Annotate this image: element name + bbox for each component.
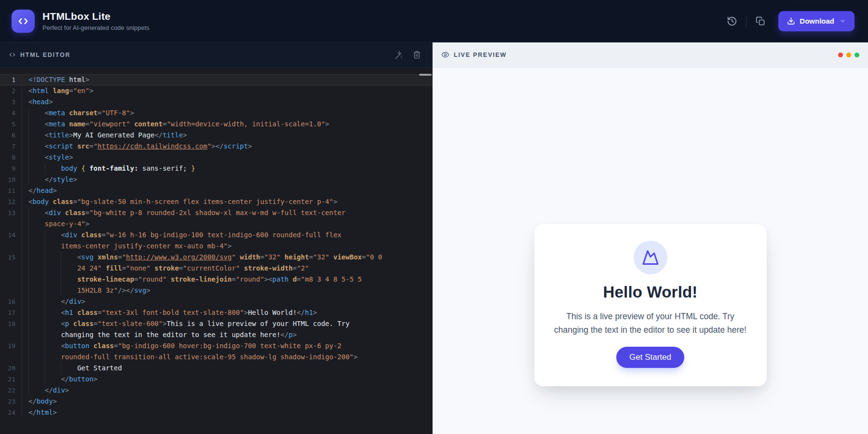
code-text: <svg xmlns="http://www.w3.org/2000/svg" … (22, 252, 382, 263)
code-text: Get Started (22, 363, 122, 374)
code-line: 8<style> (0, 152, 433, 163)
code-line: 7<script src="https://cdn.tailwindcss.co… (0, 141, 433, 152)
line-number: 7 (0, 141, 22, 152)
indent-guides (28, 108, 45, 119)
code-line: space-y-4"> (0, 218, 433, 230)
code-text: <p class="text-slate-600">This is a live… (22, 318, 350, 329)
code-text: </head> (22, 185, 57, 196)
line-number: 24 (0, 407, 22, 418)
trash-icon (413, 51, 421, 59)
code-line: 15<svg xmlns="http://www.w3.org/2000/svg… (0, 252, 433, 263)
indent-guides (28, 307, 61, 318)
get-started-button[interactable]: Get Started (616, 347, 684, 368)
line-number: 13 (0, 207, 22, 218)
code-text: </button> (22, 374, 97, 385)
download-icon (787, 17, 795, 25)
copy-button[interactable] (751, 12, 770, 30)
line-number (0, 285, 22, 296)
line-number: 19 (0, 340, 22, 352)
code-line: 24 24" fill="none" stroke="currentColor"… (0, 263, 433, 274)
preview-paragraph: This is a live preview of your HTML code… (550, 310, 751, 337)
line-number (0, 329, 22, 340)
line-number (0, 241, 22, 252)
preview-panel: LIVE PREVIEW (433, 42, 868, 434)
preview-panel-title: LIVE PREVIEW (454, 52, 507, 58)
indent-guides (28, 363, 77, 374)
app-logo (12, 10, 35, 33)
clear-code-button[interactable] (409, 48, 424, 62)
code-text: <title>My AI Generated Page</title> (22, 130, 187, 141)
code-line: changing the text in the editor to see i… (0, 329, 433, 340)
indent-guides (28, 163, 61, 174)
magic-wand-icon (394, 51, 403, 59)
indent-guides (28, 374, 61, 385)
code-line: 3<head> (0, 96, 433, 108)
code-text: </html> (22, 407, 57, 418)
preview-viewport: Hello World! This is a live preview of y… (433, 68, 868, 434)
copy-icon (756, 16, 765, 26)
history-button[interactable] (723, 12, 741, 30)
code-line: 11</head> (0, 185, 433, 196)
line-number: 4 (0, 108, 22, 119)
code-text: </div> (22, 385, 69, 396)
line-number: 22 (0, 385, 22, 396)
header-divider (746, 15, 746, 27)
code-text: 24 24" fill="none" stroke="currentColor"… (22, 263, 309, 274)
code-line: 15H2L8 3z"/></svg> (0, 285, 433, 296)
code-text: <script src="https://cdn.tailwindcss.com… (22, 141, 252, 152)
line-number: 15 (0, 252, 22, 263)
code-line: 22</div> (0, 385, 433, 396)
code-text: rounded-full transition-all active:scale… (22, 352, 358, 363)
code-text: changing the text in the editor to see i… (22, 329, 297, 340)
code-text: <meta name="viewport" content="width=dev… (22, 119, 329, 130)
code-editor[interactable]: 1<!DOCTYPE html>2<html lang="en">3<head>… (0, 68, 433, 434)
code-line: 12<body class="bg-slate-50 min-h-screen … (0, 196, 433, 207)
paragraph-line-1: This is a live preview of your HTML code… (566, 312, 734, 321)
line-number: 20 (0, 363, 22, 374)
app-title: HTMLbox Lite (42, 11, 149, 22)
line-number: 9 (0, 163, 22, 174)
code-lines: 1<!DOCTYPE html>2<html lang="en">3<head>… (0, 74, 433, 418)
line-number (0, 218, 22, 230)
indent-guides (28, 218, 45, 230)
amber-dot (846, 53, 851, 57)
preview-heading: Hello World! (550, 283, 751, 301)
indent-guides (28, 385, 45, 396)
code-line: 5<meta name="viewport" content="width=de… (0, 119, 433, 130)
indent-guides (28, 174, 45, 185)
indent-guides (28, 130, 45, 141)
indent-guides (28, 340, 61, 352)
line-number: 12 (0, 196, 22, 207)
code-text: </style> (22, 174, 77, 185)
code-text: <h1 class="text-3xl font-bold text-slate… (22, 307, 317, 318)
line-number: 8 (0, 152, 22, 163)
code-line: 10</style> (0, 174, 433, 185)
download-button[interactable]: Download (778, 11, 854, 31)
line-number (0, 274, 22, 285)
code-line: 1<!DOCTYPE html> (0, 74, 433, 85)
editor-panel-title: HTML EDITOR (20, 52, 70, 58)
editor-panel-header: HTML EDITOR (0, 42, 433, 68)
code-text: </div> (22, 296, 85, 307)
code-line: 16</div> (0, 296, 433, 307)
editor-scrollbar-thumb[interactable] (419, 74, 432, 76)
indent-guides (28, 296, 61, 307)
main-split: HTML EDITOR (0, 42, 868, 434)
indent-guides (28, 207, 45, 218)
code-text: space-y-4"> (22, 218, 89, 230)
app-window: HTMLbox Lite Perfect for AI-generated co… (0, 0, 868, 434)
indent-guides (28, 329, 61, 340)
indent-guides (28, 119, 45, 130)
format-magic-button[interactable] (391, 48, 406, 62)
indent-guides (28, 252, 77, 263)
app-titles: HTMLbox Lite Perfect for AI-generated co… (42, 11, 149, 31)
code-brackets-icon (9, 51, 16, 58)
line-number: 23 (0, 396, 22, 407)
code-line: stroke-linecap="round" stroke-linejoin="… (0, 274, 433, 285)
code-line: 24</html> (0, 407, 433, 418)
indent-guides (28, 241, 61, 252)
code-text: <head> (22, 96, 53, 108)
code-text: body { font-family: sans-serif; } (22, 163, 195, 174)
code-text: stroke-linecap="round" stroke-linejoin="… (22, 274, 362, 285)
traffic-dots (838, 53, 859, 57)
